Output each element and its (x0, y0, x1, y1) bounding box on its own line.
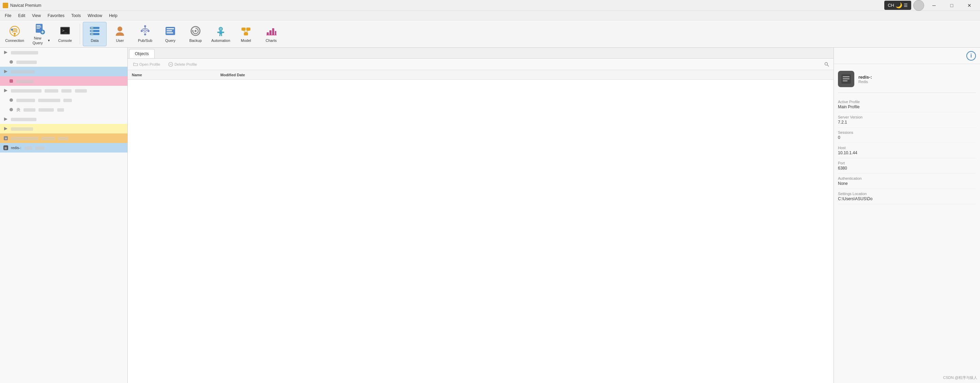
sidebar-item-redis[interactable]: ⊞ redis-: (0, 143, 127, 153)
sidebar-item-6[interactable] (0, 95, 127, 105)
menu-view[interactable]: View (29, 12, 44, 19)
svg-rect-8 (37, 28, 40, 29)
app-title: Navicat Premium (10, 3, 41, 8)
main-layout: 炎 (0, 48, 980, 383)
sidebar-redis-text: redis-: (11, 146, 125, 150)
redis-logo-icon (841, 73, 851, 84)
menu-edit[interactable]: Edit (15, 12, 29, 19)
model-label: Model (241, 38, 251, 43)
menu-file[interactable]: File (2, 12, 15, 19)
maximize-button[interactable]: □ (944, 0, 959, 11)
toolbar-model[interactable]: Model (234, 22, 258, 46)
connection-card: redis-: Redis (838, 68, 976, 93)
svg-rect-37 (217, 32, 220, 33)
svg-point-26 (144, 33, 146, 35)
sidebar-item-3-text (11, 70, 125, 73)
sidebar-item-1[interactable] (0, 48, 127, 57)
minimize-button[interactable]: ─ (926, 0, 942, 11)
svg-rect-72 (843, 80, 848, 81)
search-icon-button[interactable] (822, 60, 831, 68)
pubsub-icon (139, 25, 151, 37)
sidebar-item-6-text (16, 98, 125, 102)
svg-rect-50 (275, 31, 276, 35)
sidebar-item-10[interactable]: ⊕ (0, 133, 127, 143)
redis-sidebar-icon: ⊞ (3, 145, 9, 151)
menu-window[interactable]: Window (84, 12, 106, 19)
toolbar-query[interactable]: Query (158, 22, 182, 46)
console-label: Console (58, 38, 72, 43)
svg-rect-29 (167, 30, 172, 31)
toolbar-connection[interactable]: Connection (3, 22, 27, 46)
svg-marker-59 (4, 118, 8, 121)
app-icon (3, 3, 8, 8)
svg-point-24 (141, 30, 143, 32)
delete-icon (168, 62, 173, 67)
svg-point-21 (118, 27, 122, 31)
ch-button[interactable]: CH 🌙 ☰ (884, 1, 911, 10)
sidebar-item-5-text (11, 89, 125, 92)
sidebar-item-8-text (11, 117, 125, 121)
open-profile-button[interactable]: Open Profile (130, 61, 163, 68)
svg-rect-40 (221, 34, 222, 36)
sidebar-item-7[interactable]: 炎 (0, 105, 127, 114)
svg-rect-6 (37, 25, 41, 26)
sidebar-item-3[interactable] (0, 67, 127, 76)
menu-help[interactable]: Help (106, 12, 121, 19)
svg-point-33 (194, 30, 197, 32)
menu-tools[interactable]: Tools (68, 12, 84, 19)
close-button[interactable]: ✕ (962, 0, 977, 11)
title-bar: Navicat Premium CH 🌙 ☰ ─ □ ✕ (0, 0, 980, 11)
menu-favorites[interactable]: Favorites (44, 12, 68, 19)
settings-location-label: Settings Location (838, 192, 976, 196)
settings-location-row: Settings Location C:\Users\ASUS\Do (838, 189, 976, 204)
sidebar-item-5[interactable] (0, 86, 127, 95)
objects-tab[interactable]: Objects (129, 49, 155, 58)
sidebar-item-8-icon (3, 116, 9, 122)
svg-rect-55 (10, 79, 13, 83)
avatar[interactable] (913, 0, 924, 11)
sidebar-item-2[interactable] (0, 57, 127, 67)
sidebar-item-4[interactable] (0, 76, 127, 86)
sidebar-item-4-text (16, 79, 125, 83)
host-label: Host (838, 146, 976, 150)
sidebar-item-9[interactable] (0, 124, 127, 133)
toolbar-automation[interactable]: Automation (209, 22, 233, 46)
data-label: Data (91, 38, 99, 43)
info-icon[interactable]: i (966, 51, 976, 60)
column-modified-date: Modified Date (220, 73, 245, 77)
moon-icon: 🌙 (896, 2, 902, 8)
toolbar-pubsub[interactable]: Pub/Sub (133, 22, 157, 46)
toolbar-user[interactable]: User (108, 22, 132, 46)
sessions-label: Sessions (838, 130, 976, 135)
svg-point-57 (10, 99, 13, 102)
svg-point-1 (14, 33, 16, 35)
toolbar-backup[interactable]: Backup (184, 22, 207, 46)
toolbar-charts[interactable]: Charts (259, 22, 283, 46)
svg-rect-28 (167, 28, 174, 29)
table-header: Name Modified Date (128, 70, 834, 79)
svg-rect-20 (91, 34, 93, 34)
sidebar-item-1-text (11, 50, 125, 54)
search-icon (824, 62, 829, 67)
open-profile-label: Open Profile (139, 62, 160, 67)
charts-label: Charts (266, 38, 277, 43)
title-bar-left: Navicat Premium (3, 3, 41, 8)
svg-rect-39 (220, 34, 220, 36)
sidebar-item-8[interactable] (0, 114, 127, 124)
host-row: Host 10.10.1.44 (838, 143, 976, 158)
toolbar-new-query[interactable]: New Query ▼ (28, 22, 52, 46)
user-icon (114, 25, 126, 37)
toolbar-console[interactable]: >_ Console (53, 22, 77, 46)
svg-rect-30 (167, 32, 173, 33)
svg-line-45 (243, 31, 246, 32)
svg-point-58 (10, 108, 13, 111)
delete-profile-button[interactable]: Delete Profile (165, 61, 200, 68)
authentication-value: None (838, 181, 976, 186)
query-label: Query (165, 38, 175, 43)
automation-label: Automation (211, 38, 230, 43)
svg-line-46 (246, 31, 248, 32)
svg-rect-70 (843, 76, 850, 77)
toolbar-data[interactable]: Data (83, 22, 107, 46)
svg-point-53 (10, 60, 13, 64)
svg-marker-60 (4, 127, 8, 130)
